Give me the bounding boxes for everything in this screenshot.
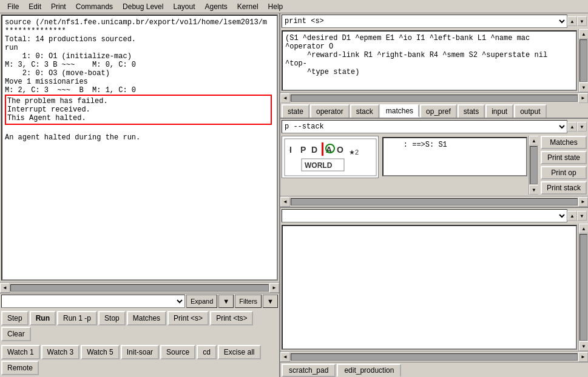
console-text: source (/net/nfs1.fee.unicamp.br/export/…: [5, 18, 274, 95]
left-hscroll: ◀ ▶: [0, 282, 279, 293]
tab-stats[interactable]: stats: [458, 104, 485, 118]
tab-stack[interactable]: stack: [350, 104, 379, 118]
tab-scratch-pad[interactable]: scratch_pad: [282, 364, 336, 377]
right-bottom-tabs: scratch_pad edit_production: [280, 362, 588, 377]
matches-btn[interactable]: Matches: [541, 136, 587, 149]
tab-input[interactable]: input: [485, 104, 513, 118]
right-top-hscroll-right[interactable]: ▶: [578, 93, 588, 103]
right-top-hscroll: ◀ ▶: [280, 92, 588, 103]
right-mid-hscroll-left[interactable]: ◀: [280, 197, 290, 207]
right-bot-vscroll-down[interactable]: ▼: [579, 341, 588, 351]
right-top-scroll-down[interactable]: ▼: [577, 16, 587, 26]
run-button[interactable]: Run: [30, 311, 56, 325]
right-top-hscroll-left[interactable]: ◀: [280, 93, 290, 103]
tab-op-pref[interactable]: op_pref: [420, 104, 457, 118]
watch5-button[interactable]: Watch 5: [81, 345, 120, 359]
right-bot-hscroll-track[interactable]: [291, 353, 578, 361]
tab-matches[interactable]: matches: [380, 104, 419, 118]
print-ts-button[interactable]: Print <ts>: [210, 311, 253, 325]
right-top-scroll-up[interactable]: ▲: [567, 16, 577, 26]
tab-operator[interactable]: operator: [310, 104, 350, 118]
right-bottom-dropdown-bar: ▲ ▼: [280, 208, 588, 224]
right-bot-scroll-down[interactable]: ▼: [577, 211, 587, 221]
right-top-text[interactable]: (S1 ^desired D1 ^epmem E1 ^io I1 ^left-b…: [282, 30, 577, 91]
right-mid-scroll-up[interactable]: ▲: [567, 122, 577, 132]
svg-text:·: ·: [288, 146, 290, 153]
right-bottom-select[interactable]: [282, 209, 567, 222]
excise-all-button[interactable]: Excise all: [218, 345, 261, 359]
error-box: The problem has failed. Interrupt receiv…: [5, 95, 272, 125]
menubar: File Edit Print Commands Debug Level Lay…: [0, 0, 588, 13]
right-mid-scroll-down[interactable]: ▼: [577, 122, 587, 132]
svg-text:O: O: [337, 145, 343, 155]
left-hscroll-left[interactable]: ◀: [0, 283, 10, 293]
console-output[interactable]: source (/net/nfs1.fee.unicamp.br/export/…: [1, 15, 278, 281]
run1p-button[interactable]: Run 1 -p: [57, 311, 97, 325]
print-op-btn[interactable]: Print op: [541, 166, 587, 179]
tab-edit-production[interactable]: edit_production: [337, 364, 401, 377]
step-button[interactable]: Step: [1, 311, 29, 325]
right-top-select[interactable]: print <s>: [282, 15, 567, 28]
right-mid-vscroll-up[interactable]: ▲: [529, 136, 538, 145]
svg-rect-6: [322, 142, 323, 156]
menu-agents[interactable]: Agents: [200, 1, 232, 12]
matches-button-left[interactable]: Matches: [127, 311, 166, 325]
menu-debug-level[interactable]: Debug Level: [118, 1, 168, 12]
match-buttons-group: Matches Print state Print op Print stack: [541, 136, 587, 195]
left-dropdown-bar: Expand ▼ Filters ▼: [0, 293, 279, 309]
right-top-section: print <s> ▲ ▼ (S1 ^desired D1 ^epmem E1 …: [280, 13, 588, 119]
right-top-hscroll-track[interactable]: [291, 95, 578, 102]
filters-arrow-button[interactable]: ▼: [263, 295, 278, 308]
cd-button[interactable]: cd: [197, 345, 217, 359]
watch3-button[interactable]: Watch 3: [41, 345, 80, 359]
print-stack-btn[interactable]: Print stack: [541, 181, 587, 195]
expand-arrow-button[interactable]: ▼: [218, 295, 234, 308]
tab-output[interactable]: output: [514, 104, 546, 118]
right-top-tabs: state operator stack matches op_pref sta…: [280, 103, 588, 118]
menu-layout[interactable]: Layout: [168, 1, 200, 12]
menu-print[interactable]: Print: [46, 1, 71, 12]
right-panel: print <s> ▲ ▼ (S1 ^desired D1 ^epmem E1 …: [280, 13, 588, 377]
right-middle-section: p --stack ▲ ▼ I · P · D: [280, 119, 588, 208]
right-bottom-section: ▲ ▼ ▲ ▼ ◀ ▶ scratch_pad edit_pro: [280, 208, 588, 377]
right-bottom-text[interactable]: [282, 225, 577, 350]
right-bot-scroll-up[interactable]: ▲: [567, 211, 577, 221]
right-bot-vscroll-up[interactable]: ▲: [579, 224, 588, 233]
right-middle-content: I · P · D A · O: [280, 135, 588, 196]
right-stack-select[interactable]: p --stack: [282, 120, 567, 133]
right-mid-hscroll: ◀ ▶: [280, 196, 588, 207]
right-top-vscroll-up[interactable]: ▲: [579, 29, 588, 39]
right-mid-vscroll-down[interactable]: ▼: [529, 185, 538, 195]
menu-kernel[interactable]: Kernel: [232, 1, 263, 12]
menu-help[interactable]: Help: [263, 1, 288, 12]
print-s-button[interactable]: Print <s>: [167, 311, 209, 325]
right-mid-hscroll-right[interactable]: ▶: [578, 197, 588, 207]
expand-button[interactable]: Expand: [186, 295, 217, 308]
filters-button[interactable]: Filters: [235, 295, 262, 308]
right-top-dropdown-bar: print <s> ▲ ▼: [280, 13, 588, 29]
error-text: The problem has failed. Interrupt receiv…: [7, 97, 269, 122]
menu-edit[interactable]: Edit: [24, 1, 46, 12]
print-state-btn[interactable]: Print state: [541, 151, 587, 164]
right-stack-text[interactable]: : ==>S: S1: [382, 137, 527, 176]
right-bot-hscroll: ◀ ▶: [280, 351, 588, 362]
clear-button[interactable]: Clear: [1, 327, 31, 341]
menu-commands[interactable]: Commands: [71, 1, 118, 12]
left-hscroll-right[interactable]: ▶: [269, 283, 279, 293]
remote-button[interactable]: Remote: [1, 361, 39, 375]
init-soar-button[interactable]: Init-soar: [121, 345, 159, 359]
right-top-vscroll-down[interactable]: ▼: [579, 82, 588, 92]
watch1-button[interactable]: Watch 1: [1, 345, 40, 359]
svg-text:★2: ★2: [349, 148, 359, 156]
left-bottom-controls: Expand ▼ Filters ▼ Step Run Run 1 -p Sto…: [0, 293, 279, 377]
right-bot-hscroll-right[interactable]: ▶: [578, 352, 588, 362]
right-mid-hscroll-track[interactable]: [291, 198, 578, 205]
right-bot-hscroll-left[interactable]: ◀: [280, 352, 290, 362]
left-hscroll-track[interactable]: [10, 284, 269, 292]
source-button[interactable]: Source: [160, 345, 195, 359]
tab-state[interactable]: state: [282, 104, 309, 118]
left-command-input[interactable]: [1, 295, 185, 308]
menu-file[interactable]: File: [2, 1, 24, 12]
stop-button[interactable]: Stop: [98, 311, 126, 325]
right-top-content: (S1 ^desired D1 ^epmem E1 ^io I1 ^left-b…: [285, 34, 573, 76]
